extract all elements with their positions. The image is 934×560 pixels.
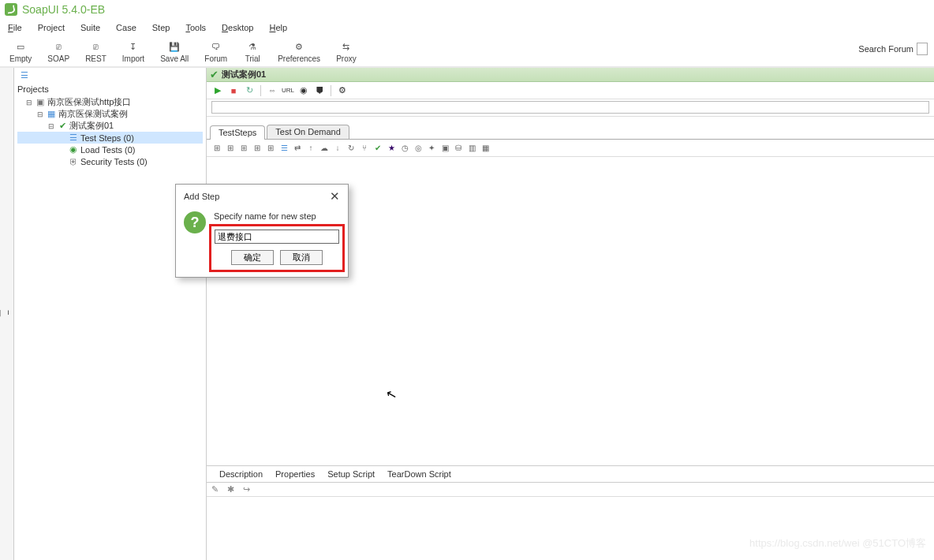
proxy-icon: ⇆: [339, 39, 353, 54]
target-icon[interactable]: ◎: [413, 143, 424, 154]
gear-icon: ⚙: [292, 39, 306, 54]
navigator-tab[interactable]: − ◧ Navigator: [0, 68, 14, 560]
loop-button[interactable]: ↻: [243, 84, 256, 97]
tool-rest[interactable]: ⎚REST: [79, 38, 113, 65]
tool-import[interactable]: ↧Import: [116, 38, 151, 65]
loop-icon[interactable]: ↻: [346, 143, 357, 154]
question-icon: ?: [184, 211, 206, 233]
empty-icon: ▭: [13, 39, 28, 54]
tab-teardown-script[interactable]: TearDown Script: [381, 468, 458, 480]
menu-tools[interactable]: Tools: [181, 21, 211, 34]
clock-icon[interactable]: ◷: [399, 143, 410, 154]
block-icon[interactable]: ▦: [480, 143, 491, 154]
url-button[interactable]: URL: [282, 84, 294, 97]
menu-project[interactable]: Project: [33, 21, 69, 34]
properties-toolbar: ✎ ✱ ↪: [207, 483, 934, 497]
tree-project[interactable]: ⊟▣南京医保测试http接口: [17, 96, 203, 108]
tool-proxy[interactable]: ⇆Proxy: [330, 38, 363, 65]
menubar: File Project Suite Case Step Tools Deskt…: [0, 19, 934, 36]
tool-soap[interactable]: ⎚SOAP: [41, 38, 76, 65]
import-icon: ↧: [126, 39, 140, 54]
down-icon[interactable]: ↓: [332, 143, 343, 154]
cancel-button[interactable]: 取消: [280, 250, 323, 265]
window-titlebar: SoapUI 5.4.0-EB: [0, 0, 934, 19]
filter-bar: [207, 99, 934, 117]
grid-icon[interactable]: ⊞: [225, 143, 236, 154]
check-icon: ✔: [210, 69, 219, 80]
cloud-icon[interactable]: ☁: [319, 143, 330, 154]
collapse-icon[interactable]: ⊟: [25, 99, 33, 106]
dialog-title: Add Step: [184, 192, 219, 201]
minimize-icon[interactable]: −: [4, 308, 13, 317]
app-logo-icon: [5, 3, 17, 16]
export-icon[interactable]: ↪: [243, 484, 254, 495]
menu-help[interactable]: Help: [264, 21, 292, 34]
tree-suite[interactable]: ⊟▦南京医保测试案例: [17, 108, 203, 120]
tab-test-on-demand[interactable]: Test On Demand: [267, 125, 349, 139]
wand-icon[interactable]: ✎: [211, 484, 222, 495]
shield-icon[interactable]: ⛊: [313, 84, 326, 97]
tool-trial[interactable]: ⚗Trial: [237, 38, 268, 65]
stop-button[interactable]: ■: [227, 84, 240, 97]
sparkle-icon[interactable]: ✦: [426, 143, 437, 154]
search-label: Search Forum: [858, 44, 913, 54]
menu-step[interactable]: Step: [148, 21, 175, 34]
tab-setup-script[interactable]: Setup Script: [321, 468, 381, 480]
gear-icon[interactable]: ⚙: [336, 84, 349, 97]
suite-icon: ▦: [46, 109, 57, 120]
pin-icon[interactable]: ◧: [0, 308, 2, 317]
grid-icon[interactable]: ⊞: [238, 143, 249, 154]
up-icon[interactable]: ↑: [305, 143, 316, 154]
globe-icon[interactable]: ◉: [297, 84, 310, 97]
tree-security[interactable]: ⛨Security Tests (0): [17, 155, 203, 167]
db-icon[interactable]: ⛁: [453, 143, 464, 154]
list-icon[interactable]: ☰: [21, 70, 32, 80]
properties-panel: [207, 497, 934, 560]
step-name-input[interactable]: [215, 230, 339, 244]
tab-properties[interactable]: Properties: [269, 468, 321, 480]
branch-icon[interactable]: ⑂: [359, 143, 370, 154]
grid-icon[interactable]: ⊞: [211, 143, 222, 154]
tree-label: Test Steps (0): [80, 133, 134, 143]
list-icon[interactable]: ☰: [278, 143, 290, 154]
tool-empty[interactable]: ▭Empty: [3, 38, 38, 65]
check-icon[interactable]: ✔: [372, 143, 383, 154]
main-toolbar: ▭Empty ⎚SOAP ⎚REST ↧Import 💾Save All 🗨Fo…: [0, 36, 934, 68]
window-icon[interactable]: ▣: [439, 143, 450, 154]
gear-icon[interactable]: ✱: [227, 484, 238, 495]
menu-case[interactable]: Case: [111, 21, 141, 34]
ruler-icon[interactable]: ▥: [466, 143, 477, 154]
tree-teststeps[interactable]: ☰Test Steps (0): [17, 132, 203, 144]
tool-saveall[interactable]: 💾Save All: [154, 38, 195, 65]
trial-icon: ⚗: [245, 39, 260, 54]
tool-preferences[interactable]: ⚙Preferences: [271, 38, 327, 65]
window-title: SoapUI 5.4.0-EB: [22, 3, 105, 16]
collapse-icon[interactable]: ⊟: [36, 110, 44, 118]
menu-desktop[interactable]: Desktop: [217, 21, 258, 34]
collapse-icon[interactable]: ⊟: [47, 122, 55, 130]
ok-button[interactable]: 确定: [231, 250, 274, 265]
steps-icon: ☰: [68, 133, 79, 144]
grid-icon[interactable]: ⊞: [252, 143, 263, 154]
grid-icon[interactable]: ⊞: [265, 143, 276, 154]
highlight-box: 确定 取消: [209, 224, 345, 272]
tool-forum[interactable]: 🗨Forum: [198, 38, 234, 65]
tab-teststeps[interactable]: TestSteps: [210, 125, 265, 140]
star-icon[interactable]: ★: [386, 143, 397, 154]
testcase-toolbar: ▶ ■ ↻ ◦◦ URL ◉ ⛊ ⚙: [207, 82, 934, 99]
shield-icon: ⛨: [68, 156, 79, 167]
close-icon[interactable]: ✕: [330, 189, 340, 203]
filter-input[interactable]: [211, 101, 929, 114]
menu-file[interactable]: File: [3, 21, 27, 34]
tab-description[interactable]: Description: [213, 468, 269, 480]
transfer-icon[interactable]: ⇄: [292, 143, 303, 154]
check-icon: ✔: [57, 121, 68, 132]
content-tabs: TestSteps Test On Demand: [207, 125, 934, 140]
tree-loadtests[interactable]: ◉Load Tests (0): [17, 144, 203, 155]
menu-suite[interactable]: Suite: [76, 21, 105, 34]
run-button[interactable]: ▶: [211, 84, 224, 97]
step-icon[interactable]: ◦◦: [266, 84, 278, 97]
teststeps-toolbar: ⊞ ⊞ ⊞ ⊞ ⊞ ☰ ⇄ ↑ ☁ ↓ ↻ ⑂ ✔ ★ ◷ ◎ ✦ ▣ ⛁ ▥ …: [207, 140, 934, 157]
search-input[interactable]: [917, 43, 928, 55]
tree-case[interactable]: ⊟✔测试案例01: [17, 120, 203, 132]
